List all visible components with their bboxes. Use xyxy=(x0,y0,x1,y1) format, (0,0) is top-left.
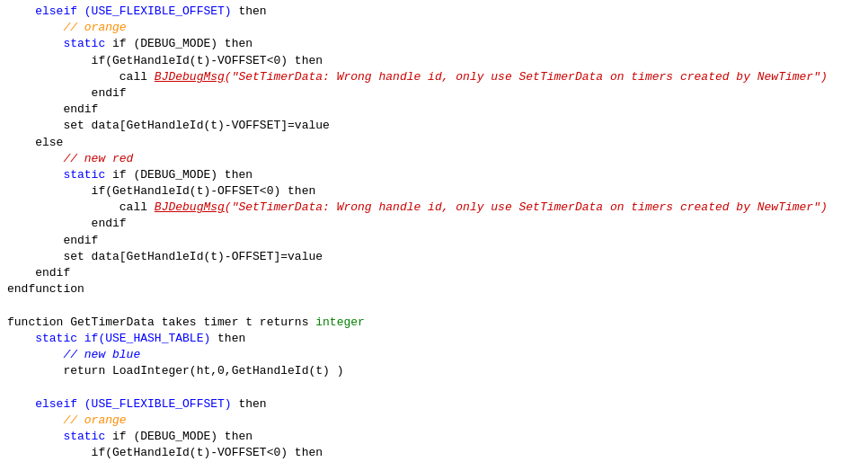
code-token: endif xyxy=(7,266,70,280)
code-token: endif xyxy=(7,234,98,247)
code-line: if(GetHandleId(t)-VOFFSET<0) then xyxy=(7,445,861,461)
code-token: static xyxy=(7,37,112,50)
code-line: set data[GetHandleId(t)-VOFFSET]=value xyxy=(7,118,861,134)
code-token: BJDebugMsg xyxy=(155,200,225,214)
code-token: call xyxy=(7,200,155,214)
code-line: static if (DEBUG_MODE) then xyxy=(7,36,861,52)
code-line: endif xyxy=(7,216,861,232)
code-editor: elseif (USE_FLEXIBLE_OFFSET) then // ora… xyxy=(0,0,868,462)
code-line: static if(USE_HASH_TABLE) then xyxy=(7,331,861,347)
code-token: integer xyxy=(315,315,365,329)
code-token: if (DEBUG_MODE) xyxy=(112,168,225,182)
code-token: static xyxy=(7,168,112,182)
code-token: if(GetHandleId(t)-VOFFSET<0) then xyxy=(7,446,323,459)
code-token: elseif (USE_FLEXIBLE_OFFSET) xyxy=(7,397,238,411)
code-token: if (DEBUG_MODE) xyxy=(112,430,225,443)
code-line: call BJDebugMsg("SetTimerData: Wrong han… xyxy=(7,69,861,85)
code-token: static xyxy=(7,430,112,443)
code-line: if(GetHandleId(t)-VOFFSET<0) then xyxy=(7,53,861,69)
code-line: // orange xyxy=(7,20,861,36)
code-token: endif xyxy=(7,102,98,116)
code-token: then xyxy=(225,430,252,443)
code-line: else xyxy=(7,135,861,151)
code-token: endif xyxy=(7,217,127,230)
code-token: if (DEBUG_MODE) xyxy=(112,37,225,50)
code-token: // new blue xyxy=(7,348,140,361)
code-token: static if(USE_HASH_TABLE) xyxy=(7,332,217,345)
code-line: // new blue xyxy=(7,347,861,363)
code-token: endif xyxy=(7,86,127,100)
code-token: elseif (USE_FLEXIBLE_OFFSET) xyxy=(7,4,238,18)
code-token: // new red xyxy=(7,152,133,165)
code-token: then xyxy=(225,168,252,182)
code-token: function GetTimerData takes timer t retu… xyxy=(7,315,315,329)
code-line: static if (DEBUG_MODE) then xyxy=(7,167,861,183)
code-token: call xyxy=(7,70,155,84)
code-line: endif xyxy=(7,85,861,102)
code-token: then xyxy=(217,332,245,345)
code-line: if(GetHandleId(t)-OFFSET<0) then xyxy=(7,183,861,200)
code-token: else xyxy=(7,136,63,149)
code-line xyxy=(7,379,861,395)
code-token: // orange xyxy=(7,21,127,34)
code-token: endfunction xyxy=(7,282,84,296)
code-token: set data[GetHandleId(t)-VOFFSET]=value xyxy=(7,119,330,132)
code-line: call BJDebugMsg("SetTimerData: Wrong han… xyxy=(7,200,861,216)
code-token: then xyxy=(238,397,266,411)
code-line: endif xyxy=(7,102,861,118)
code-line: endif xyxy=(7,265,861,281)
code-line: return LoadInteger(ht,0,GetHandleId(t) ) xyxy=(7,363,861,379)
code-line: elseif (USE_FLEXIBLE_OFFSET) then xyxy=(7,4,861,20)
code-line: // orange xyxy=(7,413,861,429)
code-line: function GetTimerData takes timer t retu… xyxy=(7,315,861,331)
code-line: endif xyxy=(7,233,861,249)
code-line xyxy=(7,298,861,314)
code-token: BJDebugMsg xyxy=(155,70,225,84)
code-line: set data[GetHandleId(t)-OFFSET]=value xyxy=(7,249,861,265)
code-line: static if (DEBUG_MODE) then xyxy=(7,429,861,445)
code-token: ("SetTimerData: Wrong handle id, only us… xyxy=(225,200,828,214)
code-token: return LoadInteger(ht,0,GetHandleId(t) ) xyxy=(7,364,343,378)
code-token: then xyxy=(225,37,252,50)
code-token: // orange xyxy=(7,413,127,427)
code-line: // new red xyxy=(7,151,861,167)
code-line: elseif (USE_FLEXIBLE_OFFSET) then xyxy=(7,396,861,413)
code-token: ("SetTimerData: Wrong handle id, only us… xyxy=(225,70,828,84)
code-token: then xyxy=(238,4,266,18)
code-token: if(GetHandleId(t)-VOFFSET<0) then xyxy=(7,54,323,67)
code-token: set data[GetHandleId(t)-OFFSET]=value xyxy=(7,250,323,263)
code-token: if(GetHandleId(t)-OFFSET<0) then xyxy=(7,184,315,198)
code-line: endfunction xyxy=(7,281,861,298)
